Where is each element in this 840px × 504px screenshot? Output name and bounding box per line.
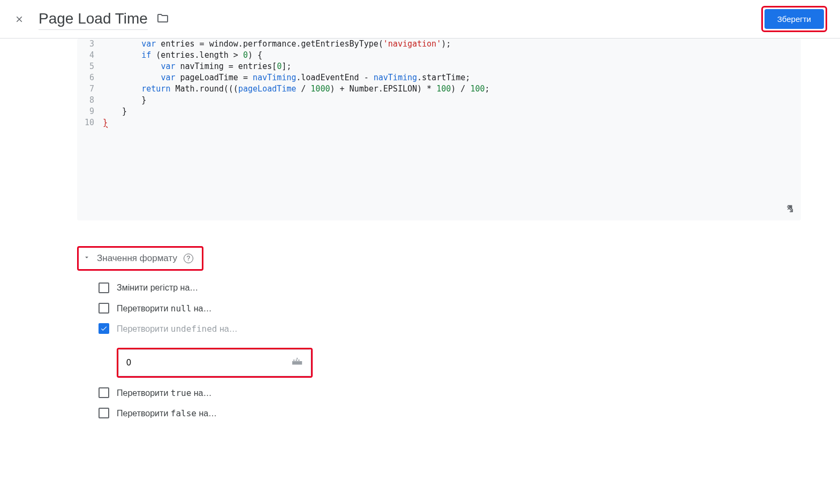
option-change-case-label: Змінити регістр на… xyxy=(117,283,198,293)
main-content: 345678910 var entries = window.performan… xyxy=(64,39,814,418)
header-bar: Page Load Time Зберегти xyxy=(0,0,840,39)
code-editor[interactable]: 345678910 var entries = window.performan… xyxy=(77,39,801,220)
option-change-case[interactable]: Змінити регістр на… xyxy=(99,282,801,293)
code-gutter: 345678910 xyxy=(77,39,99,128)
option-convert-false[interactable]: Перетворити false на… xyxy=(99,408,801,418)
option-convert-true[interactable]: Перетворити true на… xyxy=(99,387,801,398)
format-section-title: Значення формату xyxy=(97,253,177,264)
checkbox-convert-null[interactable] xyxy=(99,303,109,314)
close-button[interactable] xyxy=(13,13,26,26)
page-title[interactable]: Page Load Time xyxy=(39,8,148,30)
option-convert-undefined-label: Перетворити undefined на… xyxy=(117,324,238,334)
code-lines[interactable]: var entries = window.performance.getEntr… xyxy=(99,39,490,128)
checkbox-convert-undefined[interactable] xyxy=(99,323,109,334)
undefined-value-row xyxy=(117,348,801,378)
undefined-input-wrap[interactable] xyxy=(118,349,311,376)
option-convert-null-label: Перетворити null на… xyxy=(117,303,211,314)
checkbox-change-case[interactable] xyxy=(99,282,109,293)
option-convert-true-label: Перетворити true на… xyxy=(117,388,211,398)
checkbox-convert-true[interactable] xyxy=(99,387,109,398)
checkbox-convert-false[interactable] xyxy=(99,408,109,418)
close-icon xyxy=(14,14,24,24)
resize-icon[interactable]: ↘ xyxy=(785,203,794,215)
option-convert-false-label: Перетворити false на… xyxy=(117,408,217,418)
title-wrap: Page Load Time xyxy=(39,8,761,30)
variable-insert-icon[interactable] xyxy=(288,356,306,370)
option-convert-undefined[interactable]: Перетворити undefined на… xyxy=(99,323,801,334)
chevron-down-icon xyxy=(83,253,90,264)
format-section-highlight: Значення формату ? xyxy=(77,246,203,271)
format-section-header[interactable]: Значення формату ? xyxy=(81,250,195,267)
help-icon[interactable]: ? xyxy=(184,254,193,263)
save-button[interactable]: Зберегти xyxy=(765,9,824,29)
format-options: Змінити регістр на… Перетворити null на…… xyxy=(77,282,801,418)
save-highlight: Зберегти xyxy=(761,6,827,32)
undefined-input-highlight xyxy=(117,348,313,378)
format-section-header-wrap: Значення формату ? xyxy=(77,246,801,271)
undefined-value-input[interactable] xyxy=(126,358,288,368)
check-icon xyxy=(100,325,108,332)
option-convert-null[interactable]: Перетворити null на… xyxy=(99,303,801,314)
folder-icon[interactable] xyxy=(156,12,169,26)
